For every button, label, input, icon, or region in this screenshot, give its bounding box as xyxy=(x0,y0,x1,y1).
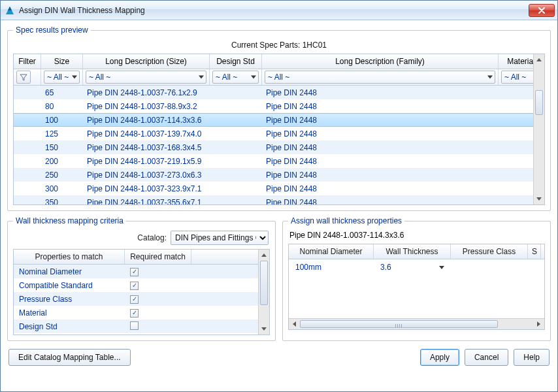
spec-grid: Filter Size Long Description (Size) Desi… xyxy=(13,54,545,205)
filter-funnel-button[interactable] xyxy=(16,71,31,84)
filter-long-desc-size[interactable]: ~ All ~ xyxy=(86,71,206,84)
required-match-checkbox[interactable] xyxy=(130,321,139,330)
scroll-left-button[interactable] xyxy=(289,319,300,330)
col-properties-to-match[interactable]: Properties to match xyxy=(14,250,125,264)
cell-size: 100 xyxy=(41,116,83,125)
table-row[interactable]: 250Pipe DIN 2448-1.0037-273.0x6.3Pipe DI… xyxy=(14,168,544,182)
table-row[interactable]: 350Pipe DIN 2448-1.0037-355.6x7.1Pipe DI… xyxy=(14,195,544,204)
funnel-icon xyxy=(20,73,27,81)
cell-family: Pipe DIN 2448 xyxy=(262,116,499,125)
properties-body: Nominal DiameterCompatible StandardPress… xyxy=(14,265,258,333)
chevron-down-icon xyxy=(72,76,77,79)
table-row[interactable]: 125Pipe DIN 2448-1.0037-139.7x4.0Pipe DI… xyxy=(14,127,544,140)
scroll-up-button[interactable] xyxy=(534,54,544,65)
scroll-thumb[interactable] xyxy=(300,320,498,328)
edit-catalog-mapping-button[interactable]: Edit Catalog Mapping Table... xyxy=(8,349,131,366)
col-required-match[interactable]: Required match xyxy=(125,250,191,264)
spec-grid-header: Filter Size Long Description (Size) Desi… xyxy=(14,54,544,69)
apply-button[interactable]: Apply xyxy=(420,349,459,366)
table-row[interactable]: 200Pipe DIN 2448-1.0037-219.1x5.9Pipe DI… xyxy=(14,154,544,168)
col-extra[interactable]: S xyxy=(528,244,541,259)
required-match-checkbox[interactable] xyxy=(130,268,139,276)
property-name: Design Std xyxy=(14,322,125,331)
scroll-right-button[interactable] xyxy=(533,319,544,330)
scroll-down-button[interactable] xyxy=(259,323,269,335)
cell-size: 80 xyxy=(41,102,83,111)
spec-results-legend: Spec results preview xyxy=(13,25,91,35)
cell-long-desc: Pipe DIN 2448-1.0037-219.1x5.9 xyxy=(83,157,210,166)
property-name: Nominal Diameter xyxy=(14,267,125,276)
property-name: Pressure Class xyxy=(14,295,125,304)
cell-size: 250 xyxy=(41,171,83,180)
close-icon xyxy=(538,7,546,14)
cell-size: 65 xyxy=(41,88,83,97)
property-name: Material xyxy=(14,308,125,318)
cell-long-desc: Pipe DIN 2448-1.0037-88.9x3.2 xyxy=(83,102,210,111)
assign-hscroll[interactable] xyxy=(289,318,544,329)
properties-vscroll[interactable] xyxy=(258,250,269,335)
col-long-desc-family[interactable]: Long Description (Family) xyxy=(262,54,499,69)
assign-row[interactable]: 100mm 3.6 xyxy=(289,259,544,275)
table-row[interactable]: 300Pipe DIN 2448-1.0037-323.9x7.1Pipe DI… xyxy=(14,182,544,195)
filter-size[interactable]: ~ All ~ xyxy=(44,71,80,84)
assign-part-label: Pipe DIN 2448-1.0037-114.3x3.6 xyxy=(288,229,545,244)
property-row: Pressure Class xyxy=(14,292,258,306)
catalog-select[interactable]: DIN Pipes and Fittings C xyxy=(171,231,269,245)
table-row[interactable]: 100Pipe DIN 2448-1.0037-114.3x3.6Pipe DI… xyxy=(14,113,544,127)
col-filter[interactable]: Filter xyxy=(14,54,41,69)
spec-grid-filters: ~ All ~ ~ All ~ ~ All ~ ~ All ~ ~ All ~ xyxy=(14,69,544,86)
catalog-label: Catalog: xyxy=(137,233,167,242)
scroll-thumb[interactable] xyxy=(535,90,543,115)
help-button[interactable]: Help xyxy=(514,349,550,366)
table-row[interactable]: 150Pipe DIN 2448-1.0037-168.3x4.5Pipe DI… xyxy=(14,140,544,154)
required-match-checkbox[interactable] xyxy=(130,282,139,290)
dialog-window: Assign DIN Wall Thickness Mapping Spec r… xyxy=(0,0,558,392)
current-spec-label: Current Spec Parts: 1HC01 xyxy=(13,39,545,54)
filter-design-std[interactable]: ~ All ~ xyxy=(212,71,259,84)
cell-family: Pipe DIN 2448 xyxy=(262,88,499,97)
titlebar[interactable]: Assign DIN Wall Thickness Mapping xyxy=(1,1,557,20)
chevron-left-icon xyxy=(293,321,296,327)
spec-grid-body[interactable]: 65Pipe DIN 2448-1.0037-76.1x2.9Pipe DIN … xyxy=(14,86,544,204)
assign-legend: Assign wall thickness properties xyxy=(288,216,404,225)
scroll-up-button[interactable] xyxy=(259,250,269,261)
scroll-thumb[interactable] xyxy=(260,261,268,305)
properties-grid: Properties to match Required match Nomin… xyxy=(13,249,270,335)
cell-long-desc: Pipe DIN 2448-1.0037-355.6x7.1 xyxy=(83,198,210,205)
table-row[interactable]: 65Pipe DIN 2448-1.0037-76.1x2.9Pipe DIN … xyxy=(14,86,544,99)
cell-size: 150 xyxy=(41,143,83,152)
dialog-client: Spec results preview Current Spec Parts:… xyxy=(1,20,557,391)
col-long-desc-size[interactable]: Long Description (Size) xyxy=(83,54,210,69)
cell-wall-thickness[interactable]: 3.6 xyxy=(374,263,451,272)
cell-family: Pipe DIN 2448 xyxy=(262,102,499,111)
col-design-std[interactable]: Design Std xyxy=(210,54,262,69)
cell-family: Pipe DIN 2448 xyxy=(262,157,499,166)
cell-family: Pipe DIN 2448 xyxy=(262,171,499,180)
col-nominal-diameter[interactable]: Nominal Diameter xyxy=(289,244,374,259)
close-button[interactable] xyxy=(529,4,555,17)
cancel-button[interactable]: Cancel xyxy=(465,349,508,366)
cell-family: Pipe DIN 2448 xyxy=(262,198,499,205)
spec-results-group: Spec results preview Current Spec Parts:… xyxy=(7,25,551,211)
cell-long-desc: Pipe DIN 2448-1.0037-114.3x3.6 xyxy=(83,116,210,125)
lower-panels: Wall thickness mapping criteria Catalog:… xyxy=(7,216,551,341)
chevron-down-icon xyxy=(251,76,256,79)
col-pressure-class[interactable]: Pressure Class xyxy=(451,244,528,259)
spec-grid-vscroll[interactable] xyxy=(533,54,544,204)
chevron-down-icon xyxy=(261,327,267,331)
chevron-up-icon xyxy=(261,253,267,257)
cell-nominal-diameter: 100mm xyxy=(289,263,374,272)
table-row[interactable]: 80Pipe DIN 2448-1.0037-88.9x3.2Pipe DIN … xyxy=(14,99,544,113)
col-size[interactable]: Size xyxy=(41,54,83,69)
chevron-down-icon xyxy=(199,76,204,79)
chevron-right-icon xyxy=(537,321,540,327)
filter-long-desc-family[interactable]: ~ All ~ xyxy=(265,71,495,84)
cell-long-desc: Pipe DIN 2448-1.0037-139.7x4.0 xyxy=(83,129,210,139)
scroll-down-button[interactable] xyxy=(534,193,544,204)
property-row: Material xyxy=(14,306,258,319)
required-match-checkbox[interactable] xyxy=(130,295,139,304)
required-match-checkbox[interactable] xyxy=(130,309,139,318)
cell-size: 350 xyxy=(41,198,83,205)
col-wall-thickness[interactable]: Wall Thickness xyxy=(374,244,451,259)
window-title: Assign DIN Wall Thickness Mapping xyxy=(19,6,529,15)
